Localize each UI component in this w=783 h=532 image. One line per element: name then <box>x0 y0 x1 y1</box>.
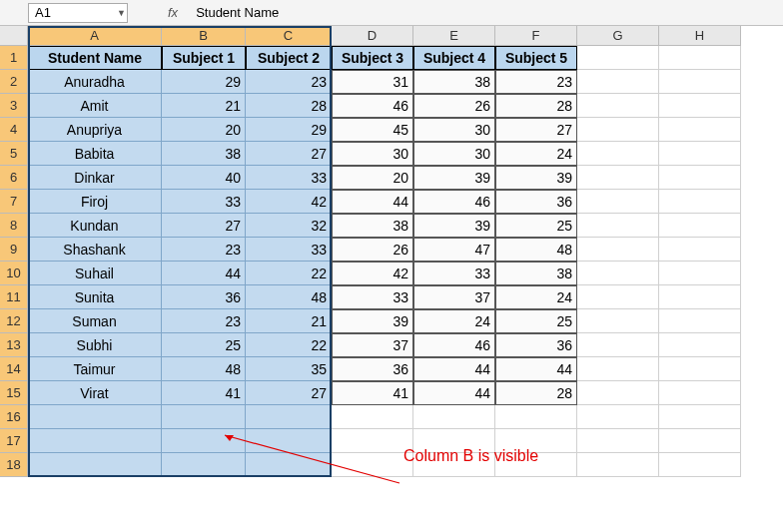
annotation-arrow <box>0 26 783 532</box>
svg-marker-1 <box>225 435 234 441</box>
svg-line-0 <box>225 435 399 483</box>
annotation-text: Column B is visible <box>403 447 538 465</box>
formula-input[interactable]: Student Name <box>196 5 279 20</box>
name-box-value: A1 <box>29 5 57 20</box>
fx-icon[interactable]: fx <box>168 5 178 20</box>
formula-bar: A1 ▼ fx Student Name <box>0 0 783 26</box>
name-box-dropdown-icon[interactable]: ▼ <box>111 8 127 18</box>
name-box[interactable]: A1 ▼ <box>28 3 128 23</box>
